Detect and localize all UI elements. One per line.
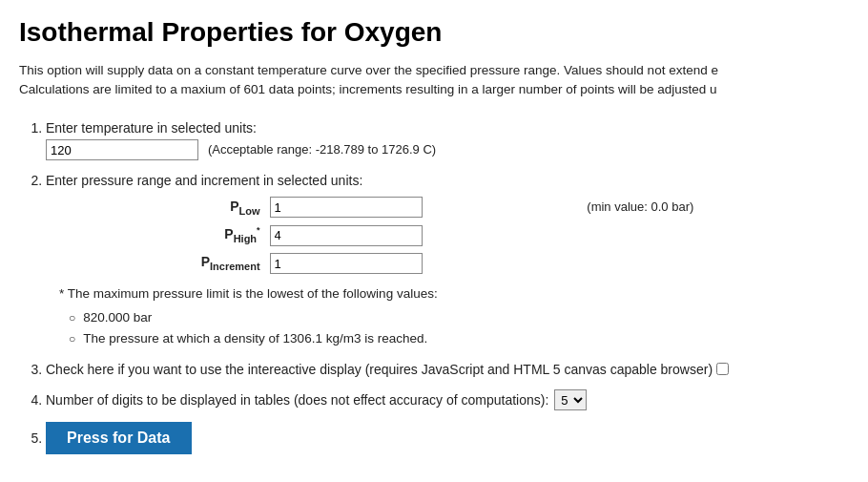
p-low-label: PLow	[46, 196, 264, 220]
bullet-1: 820.000 bar	[69, 307, 849, 328]
p-high-input[interactable]	[270, 225, 423, 246]
interactive-checkbox[interactable]	[716, 363, 729, 375]
p-increment-label: PIncrement	[46, 251, 264, 275]
step3-label: Check here if you want to use the intere…	[46, 359, 713, 380]
step1-label: Enter temperature in selected units:	[46, 120, 257, 136]
step2-label: Enter pressure range and increment in se…	[46, 173, 362, 188]
p-high-label: PHigh*	[46, 223, 264, 247]
press-for-data-button[interactable]: Press for Data	[46, 422, 192, 454]
step4-label: Number of digits to be displayed in tabl…	[46, 389, 548, 410]
temp-range-note: (Acceptable range: -218.789 to 1726.9 C)	[208, 142, 436, 157]
temperature-input[interactable]	[46, 139, 198, 160]
p-increment-input[interactable]	[270, 253, 423, 274]
p-low-input[interactable]	[270, 197, 423, 218]
p-low-note: (min value: 0.0 bar)	[587, 198, 849, 218]
digits-select[interactable]: 1 2 3 4 5 6 7 8	[554, 389, 587, 410]
asterisk-note: * The maximum pressure limit is the lowe…	[59, 283, 849, 304]
page-title: Isothermal Properties for Oxygen	[19, 17, 849, 48]
bullet-2: The pressure at which a density of 1306.…	[69, 328, 849, 349]
description: This option will supply data on a consta…	[19, 61, 849, 100]
